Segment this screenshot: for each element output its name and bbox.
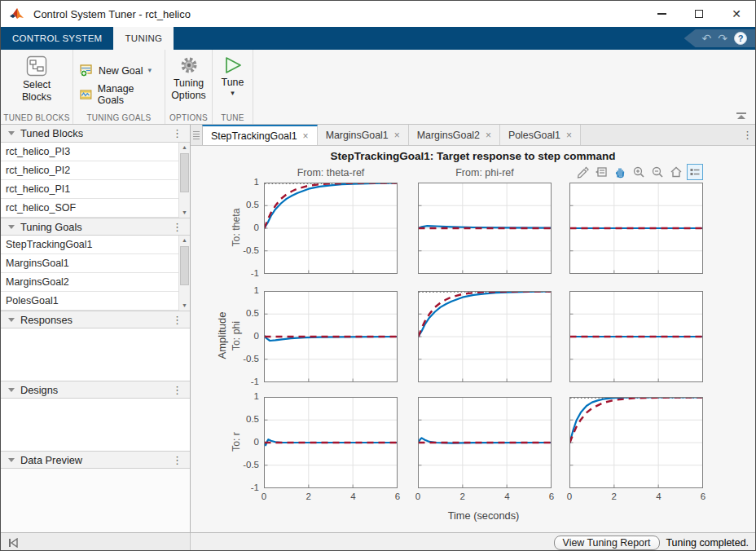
subplot-Totheta-3[interactable] <box>569 183 703 274</box>
panel-header-tuning-goals[interactable]: Tuning Goals ⋮ <box>1 218 190 236</box>
panel-menu-icon[interactable]: ⋮ <box>169 222 185 232</box>
x-tick-label: 2 <box>453 491 472 501</box>
status-bar-right: View Tuning Report Tuning completed. <box>191 536 755 550</box>
subplot-Tor-1[interactable] <box>264 397 398 488</box>
panel-menu-icon[interactable]: ⋮ <box>169 385 185 395</box>
scroll-down-icon[interactable]: ▼ <box>179 208 190 218</box>
tab-tuning[interactable]: TUNING <box>113 27 174 50</box>
sidebar: Tuned Blocks ⋮ rct_helico_PI3 rct_helico… <box>1 125 191 532</box>
minimize-button[interactable] <box>643 1 680 27</box>
y-tick-label: -1 <box>226 268 259 278</box>
subplot-Tor-3[interactable] <box>569 397 703 488</box>
scrollbar[interactable]: ▲ ▼ <box>178 143 190 218</box>
scrollbar[interactable]: ▲ ▼ <box>178 236 190 311</box>
collapse-caret-icon <box>8 318 15 322</box>
doc-tab-steptrackinggoal1[interactable]: StepTrackingGoal1 × <box>202 125 318 145</box>
panel-header-designs[interactable]: Designs ⋮ <box>1 381 190 399</box>
legend-toggle-icon[interactable] <box>687 164 703 180</box>
collapse-sidebar-icon[interactable] <box>7 538 19 548</box>
close-tab-icon[interactable]: × <box>486 130 491 141</box>
x-tick-label: 6 <box>388 491 407 501</box>
list-item[interactable]: MarginsGoal2 <box>1 273 190 292</box>
close-tab-icon[interactable]: × <box>566 130 572 141</box>
scroll-thumb[interactable] <box>180 153 189 192</box>
list-item[interactable]: PolesGoal1 <box>1 292 190 311</box>
subplot-Tor-2[interactable] <box>418 397 552 488</box>
view-tuning-report-button[interactable]: View Tuning Report <box>554 536 660 550</box>
column-header: From: phi-ref <box>455 167 514 179</box>
doc-tab-marginsgoal2[interactable]: MarginsGoal2 × <box>409 125 500 145</box>
tuning-options-button[interactable]: Tuning Options <box>170 55 208 102</box>
manage-goals-button[interactable]: Manage Goals <box>80 83 158 106</box>
list-item[interactable]: rct_helico_PI2 <box>1 161 190 180</box>
section-tuned-blocks: Select Blocks TUNED BLOCKS <box>1 50 73 124</box>
tune-button[interactable]: Tune ▾ <box>219 55 246 97</box>
section-tune: Tune ▾ TUNE <box>213 50 253 124</box>
scroll-up-icon[interactable]: ▲ <box>179 143 190 152</box>
list-item[interactable]: rct_helico_PI3 <box>1 143 190 161</box>
panel-menu-icon[interactable]: ⋮ <box>169 455 185 465</box>
zoom-out-icon[interactable] <box>649 164 666 180</box>
minimize-icon <box>657 13 666 15</box>
window-title: Control System Tuner - rct_helico <box>33 8 643 20</box>
section-options: Tuning Options OPTIONS <box>165 50 213 124</box>
pan-icon[interactable] <box>612 164 628 180</box>
panel-menu-icon[interactable]: ⋮ <box>169 128 185 139</box>
panel-header-tuned-blocks[interactable]: Tuned Blocks ⋮ <box>1 125 190 143</box>
list-item[interactable]: MarginsGoal1 <box>1 254 190 273</box>
tab-bar-menu-icon[interactable]: ⋮ <box>740 130 755 140</box>
panel-title: Responses <box>20 314 169 326</box>
select-blocks-label: Select Blocks <box>14 79 59 104</box>
subplot-Tophi-2[interactable] <box>418 291 552 382</box>
row-label: To: theta <box>231 203 242 252</box>
close-tab-icon[interactable]: × <box>394 130 400 141</box>
title-bar: Control System Tuner - rct_helico ✕ <box>1 1 755 27</box>
designs-list <box>1 399 190 451</box>
subplot-Tophi-1[interactable] <box>264 291 398 382</box>
tab-control-system[interactable]: CONTROL SYSTEM <box>1 27 113 50</box>
gear-icon <box>179 55 199 75</box>
tune-dropdown-icon[interactable]: ▾ <box>231 90 235 97</box>
undo-icon[interactable]: ↶ <box>702 33 712 44</box>
select-blocks-button[interactable]: Select Blocks <box>7 55 66 104</box>
datatip-icon[interactable] <box>593 164 609 180</box>
group-label-tuned-blocks: TUNED BLOCKS <box>1 113 73 122</box>
tuning-options-label: Tuning Options <box>169 77 209 102</box>
close-tab-icon[interactable]: × <box>303 130 309 142</box>
close-button[interactable]: ✕ <box>718 1 755 27</box>
restore-view-home-icon[interactable] <box>668 164 684 180</box>
new-goal-dropdown-icon: ▾ <box>147 67 152 74</box>
scroll-up-icon[interactable]: ▲ <box>179 236 190 245</box>
doc-tab-polesgoal1[interactable]: PolesGoal1 × <box>500 125 581 145</box>
doc-tab-marginsgoal1[interactable]: MarginsGoal1 × <box>318 125 409 145</box>
y-tick-label: 1 <box>226 177 259 187</box>
tuning-goals-list: StepTrackingGoal1 MarginsGoal1 MarginsGo… <box>1 236 190 311</box>
x-tick-label: 6 <box>693 491 713 501</box>
list-item[interactable]: rct_helico_PI1 <box>1 180 190 199</box>
panel-menu-icon[interactable]: ⋮ <box>169 315 185 325</box>
redo-icon[interactable]: ↷ <box>718 33 727 44</box>
ribbon-collapse-button[interactable] <box>736 112 747 121</box>
edit-plot-icon[interactable] <box>574 164 591 180</box>
subplot-Tophi-3[interactable] <box>569 291 703 382</box>
help-icon[interactable]: ? <box>734 32 747 45</box>
tune-label: Tune <box>222 77 244 88</box>
section-tuning-goals: New Goal ▾ Manage Goals TUNING GOALS <box>73 50 165 124</box>
subplot-Totheta-1[interactable] <box>264 183 398 274</box>
step-response-figure: StepTrackingGoal1: Target response to st… <box>191 146 755 532</box>
zoom-in-icon[interactable] <box>631 164 647 180</box>
content-area: Tuned Blocks ⋮ rct_helico_PI3 rct_helico… <box>1 125 755 532</box>
panel-header-data-preview[interactable]: Data Preview ⋮ <box>1 451 190 469</box>
panel-title: Tuned Blocks <box>20 127 169 139</box>
panel-header-responses[interactable]: Responses ⋮ <box>1 311 190 328</box>
matlab-logo-icon <box>9 7 25 21</box>
list-item[interactable]: StepTrackingGoal1 <box>1 236 190 254</box>
subplot-Totheta-2[interactable] <box>418 183 552 274</box>
new-goal-button[interactable]: New Goal ▾ <box>80 64 158 77</box>
scroll-thumb[interactable] <box>180 246 189 285</box>
maximize-button[interactable] <box>680 1 718 27</box>
ribbon-toolbar: Select Blocks TUNED BLOCKS New Goal ▾ <box>1 50 755 125</box>
list-item[interactable]: rct_helico_SOF <box>1 199 190 218</box>
scroll-down-icon[interactable]: ▼ <box>179 301 190 311</box>
tab-bar-grip-icon[interactable] <box>191 125 202 145</box>
